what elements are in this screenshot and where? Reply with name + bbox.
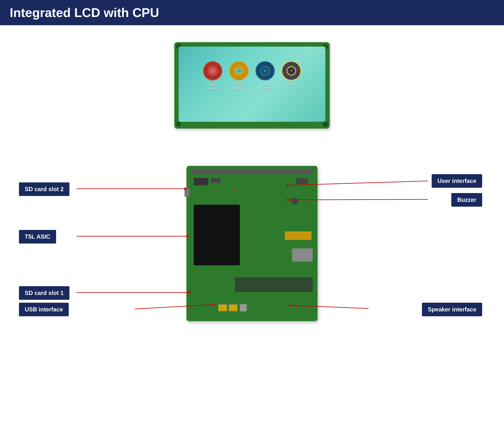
settings-icon: ⚙ bbox=[317, 49, 322, 56]
svg-point-8 bbox=[237, 69, 238, 71]
left-connector bbox=[184, 188, 189, 197]
usb-port-2 bbox=[228, 304, 238, 311]
app-item-picture: Pictureplayback bbox=[229, 61, 249, 90]
app-item-camera: Camera bbox=[282, 61, 301, 86]
user-interface-label: User interface bbox=[432, 174, 482, 188]
music-label: Musicplayback bbox=[259, 83, 271, 90]
indicator-dot-1 bbox=[296, 305, 298, 307]
chip-3 bbox=[296, 178, 308, 184]
app-icons-row: Videoplayback Pictureplayback bbox=[183, 61, 321, 90]
indicator-dot-2 bbox=[234, 190, 236, 192]
picture-icon bbox=[229, 61, 249, 81]
app-item-video: Videoplayback bbox=[203, 61, 222, 90]
component-buzzer bbox=[291, 197, 298, 205]
chip-1 bbox=[194, 178, 208, 185]
mount-hole-br bbox=[323, 122, 328, 127]
t5l-asic-label: T5L ASIC bbox=[19, 230, 56, 244]
mount-hole-bl bbox=[176, 122, 181, 127]
usb-ports-area bbox=[218, 304, 247, 311]
video-label: Videoplayback bbox=[206, 83, 219, 90]
speaker-interface-label: Speaker interface bbox=[422, 303, 482, 316]
pcb-board bbox=[186, 166, 318, 321]
pcb-container bbox=[186, 166, 318, 321]
page-title: Integrated LCD with CPU bbox=[10, 5, 159, 20]
lcd-board: ⚙ Videoplayback bbox=[174, 42, 330, 129]
buzzer-label: Buzzer bbox=[451, 193, 482, 207]
ffc-connector bbox=[285, 232, 311, 240]
video-icon bbox=[203, 61, 222, 81]
page-header: Integrated LCD with CPU bbox=[0, 0, 504, 25]
usb-interface-label: USB interface bbox=[19, 303, 69, 316]
picture-label: Pictureplayback bbox=[233, 83, 245, 90]
chip-2 bbox=[211, 178, 220, 183]
bottom-chips bbox=[235, 278, 313, 292]
small-connector bbox=[240, 304, 247, 311]
music-icon bbox=[255, 61, 275, 81]
lcd-screen: ⚙ Videoplayback bbox=[179, 47, 325, 122]
sd-card-slot-1-label: SD card slot 1 bbox=[19, 286, 69, 300]
app-item-music: Musicplayback bbox=[255, 61, 275, 90]
main-chip bbox=[194, 205, 240, 265]
lcd-display-container: ⚙ Videoplayback bbox=[174, 42, 330, 129]
usb-port-1 bbox=[218, 304, 227, 311]
main-content: ⚙ Videoplayback bbox=[0, 25, 504, 439]
svg-point-16 bbox=[292, 70, 293, 71]
sd-slot-right bbox=[292, 248, 313, 262]
camera-icon bbox=[282, 61, 301, 81]
svg-point-11 bbox=[265, 70, 266, 71]
top-connector bbox=[191, 169, 313, 174]
sd-card-slot-2-label: SD card slot 2 bbox=[19, 183, 69, 196]
camera-label: Camera bbox=[286, 83, 297, 86]
